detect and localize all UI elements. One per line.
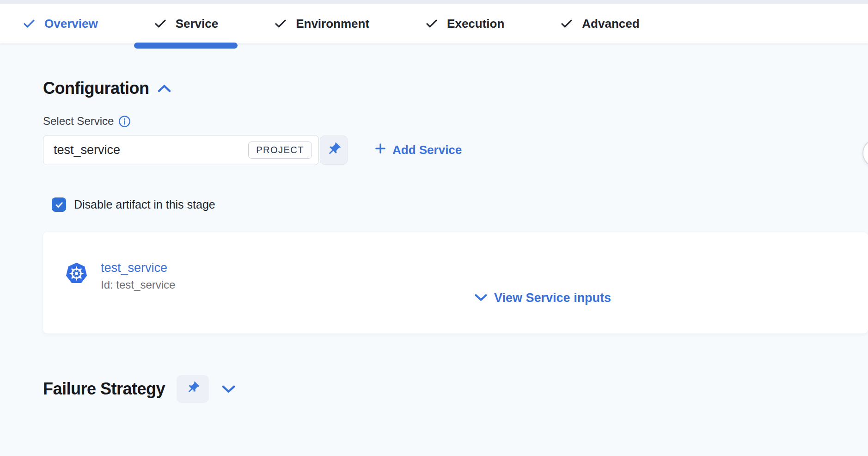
service-scope-badge: PROJECT [248,142,312,159]
configuration-section-heading: Configuration [43,79,868,98]
check-icon [22,17,36,31]
kubernetes-icon [65,262,88,285]
service-summary: test_service Id: test_service [65,261,175,291]
pin-runtime-input-button[interactable] [320,136,348,165]
disable-artifact-checkbox-row[interactable]: Disable artifact in this stage [52,197,868,212]
view-service-inputs-link[interactable]: View Service inputs [474,291,611,305]
service-select-value: test_service [54,143,120,157]
tab-overview[interactable]: Overview [22,4,126,43]
service-tab-content: Configuration Select Service test_servic… [0,43,868,403]
check-icon [153,17,167,31]
service-name-link[interactable]: test_service [101,261,175,275]
tab-label: Service [176,17,219,31]
tab-label: Execution [447,17,504,31]
stage-tabbar: Overview Service Environment Execution A… [0,4,868,43]
tab-execution[interactable]: Execution [397,4,532,43]
add-service-button[interactable]: Add Service [374,142,462,158]
info-icon[interactable] [118,115,131,128]
view-service-inputs-label: View Service inputs [494,291,611,305]
chevron-down-icon [474,291,488,305]
tab-advanced[interactable]: Advanced [532,4,667,43]
plus-icon [374,142,386,158]
chevron-down-icon[interactable] [221,384,236,394]
select-service-label-row: Select Service [43,115,868,128]
check-icon [425,17,439,31]
check-icon [560,17,574,31]
failure-strategy-pin-button[interactable] [177,375,209,403]
pushpin-icon [185,381,200,397]
select-service-label: Select Service [43,115,114,128]
service-select-row: test_service PROJECT Add Service [43,135,868,165]
tab-label: Environment [296,17,369,31]
chevron-up-icon[interactable] [157,83,171,93]
configuration-title: Configuration [43,79,149,98]
selected-service-card: test_service Id: test_service View Servi… [43,232,868,333]
failure-strategy-title: Failure Strategy [43,379,165,399]
page-top-border [0,0,868,4]
tab-label: Advanced [582,17,639,31]
tab-service[interactable]: Service [126,4,246,43]
add-service-label: Add Service [392,143,462,157]
tab-environment[interactable]: Environment [246,4,397,43]
disable-artifact-label: Disable artifact in this stage [74,198,215,211]
service-name-block: test_service Id: test_service [101,261,175,291]
tab-label: Overview [44,17,98,31]
stage-config-page: Overview Service Environment Execution A… [0,0,868,456]
check-icon [274,17,287,31]
failure-strategy-section: Failure Strategy [43,375,868,403]
pushpin-icon [326,142,342,159]
checkbox-checked-icon[interactable] [52,197,66,212]
service-id-text: Id: test_service [101,278,175,291]
service-select-input[interactable]: test_service PROJECT [43,135,319,165]
